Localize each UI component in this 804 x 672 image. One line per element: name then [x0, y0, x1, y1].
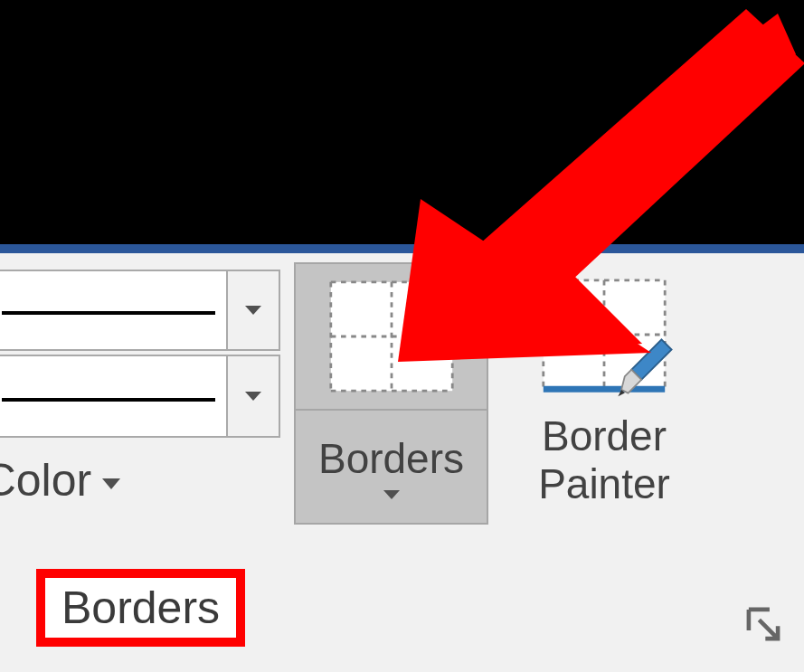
chevron-down-icon [102, 478, 120, 489]
borders-grid-icon [328, 278, 455, 395]
line-style-dropdown-1[interactable] [0, 270, 280, 351]
border-painter-label-line2: Painter [538, 460, 670, 508]
line-style-preview [2, 311, 215, 315]
borders-icon-wrap [296, 264, 487, 409]
border-painter-icon-wrap [496, 262, 713, 407]
ribbon-borders-group: t n Color [0, 244, 804, 672]
dropdown-button[interactable] [226, 356, 279, 436]
line-style-preview [2, 398, 215, 402]
panel-inner: t n Color [0, 253, 804, 672]
pen-color-label: n Color [0, 454, 91, 506]
chevron-down-icon [383, 490, 400, 499]
chevron-down-icon [245, 306, 261, 315]
paintbrush-icon [611, 333, 678, 400]
border-painter-button[interactable]: Border Painter [496, 262, 713, 525]
border-painter-label-wrap: Border Painter [538, 412, 670, 508]
pen-color-dropdown[interactable]: n Color [0, 454, 120, 506]
chevron-down-icon [245, 392, 261, 401]
ribbon-group-label: Borders [36, 569, 245, 647]
line-style-dropdown-2[interactable] [0, 355, 280, 438]
dialog-launcher-icon[interactable] [743, 603, 784, 645]
dropdown-button[interactable] [226, 271, 279, 349]
border-painter-label-line1: Border [538, 412, 670, 460]
borders-dropdown-area[interactable]: Borders [296, 409, 487, 523]
borders-button-label: Borders [318, 434, 464, 483]
borders-split-button[interactable]: Borders [294, 262, 488, 525]
